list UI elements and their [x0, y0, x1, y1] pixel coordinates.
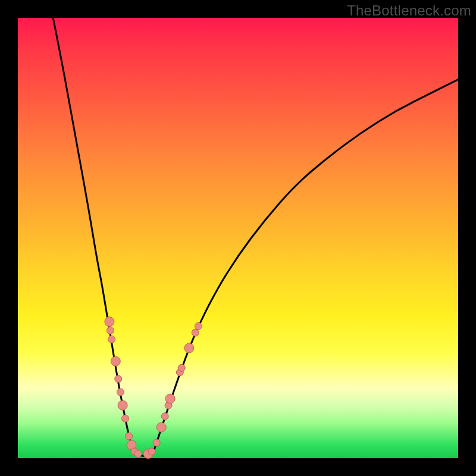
highlight-dot: [156, 422, 166, 432]
highlight-dot: [161, 413, 168, 420]
highlight-dot: [192, 329, 199, 336]
outer-frame: TheBottleneck.com: [0, 0, 476, 476]
highlight-dot: [118, 400, 127, 410]
highlight-dot: [184, 343, 194, 353]
plot-area: [18, 18, 458, 458]
highlight-dot: [178, 364, 185, 371]
watermark-label: TheBottleneck.com: [347, 2, 471, 19]
highlight-dot: [105, 317, 114, 327]
highlight-dot: [148, 448, 155, 455]
highlight-dot: [134, 450, 142, 458]
curve-layer: [18, 18, 458, 458]
highlight-dot: [125, 433, 132, 440]
highlight-dot: [122, 415, 129, 422]
highlight-dot: [108, 336, 115, 343]
highlight-dot: [165, 394, 175, 403]
highlight-dot: [195, 322, 202, 330]
bottleneck-curve: [53, 18, 458, 456]
highlight-dot: [107, 327, 114, 334]
highlight-dot: [153, 439, 160, 446]
highlight-dot: [117, 389, 124, 396]
highlight-dot: [115, 375, 122, 383]
highlight-dot: [111, 356, 120, 366]
curve-path: [53, 18, 458, 456]
